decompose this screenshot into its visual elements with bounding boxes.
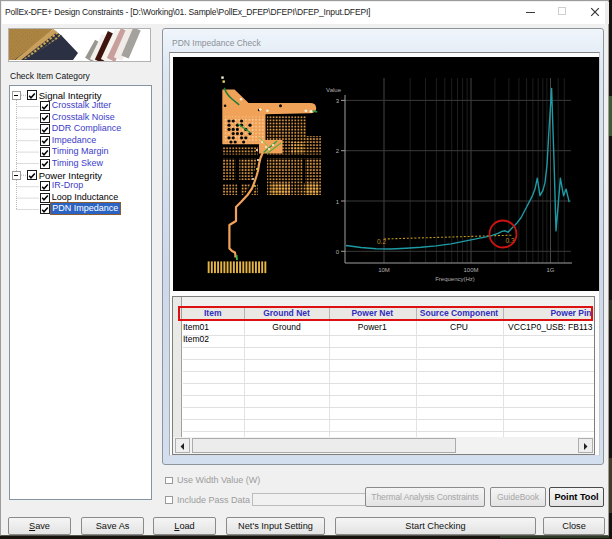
svg-text:0.2: 0.2 (377, 238, 386, 245)
svg-text:1: 1 (336, 199, 340, 205)
svg-text:2: 2 (336, 148, 340, 154)
svg-text:0: 0 (336, 249, 340, 255)
svg-text:3: 3 (336, 98, 340, 104)
svg-text:1G: 1G (546, 267, 554, 273)
svg-text:Value: Value (326, 87, 342, 93)
svg-text:Frequency(Hz): Frequency(Hz) (435, 276, 475, 282)
svg-text:100M: 100M (463, 267, 478, 273)
svg-text:10M: 10M (378, 267, 390, 273)
